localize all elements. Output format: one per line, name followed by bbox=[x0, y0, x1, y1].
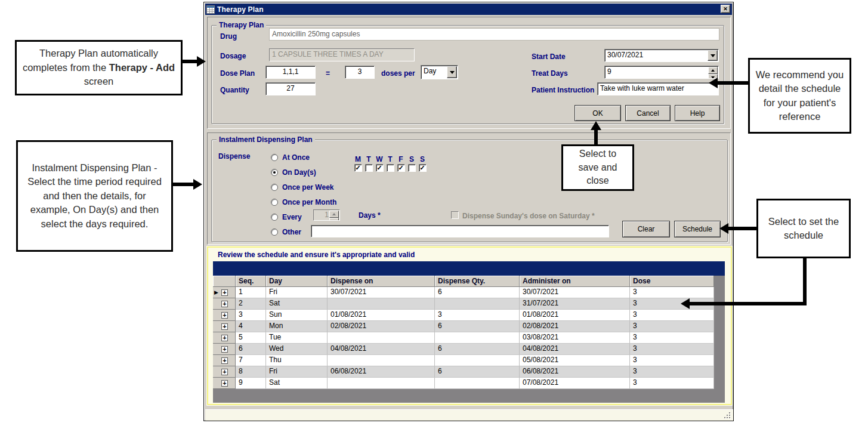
day-column: S✓ bbox=[417, 156, 428, 172]
grid-body: ▶+1Fri30/07/2021630/07/20213+2Sat31/07/2… bbox=[213, 287, 714, 389]
table-row[interactable]: +8Fri06/08/2021606/08/20213 bbox=[213, 366, 714, 378]
radio-icon[interactable] bbox=[271, 229, 278, 236]
expand-icon[interactable]: + bbox=[221, 323, 228, 330]
cell-dispense_qty: 6 bbox=[435, 287, 520, 298]
cell-administer_on: 06/08/2021 bbox=[520, 366, 630, 378]
quantity-field[interactable]: 27 bbox=[265, 82, 316, 95]
table-row[interactable]: +4Mon02/08/2021602/08/20213 bbox=[213, 321, 714, 332]
ok-button[interactable]: OK bbox=[574, 105, 621, 121]
day-letter: M bbox=[353, 156, 363, 163]
cell-administer_on: 02/08/2021 bbox=[520, 321, 630, 332]
table-row[interactable]: ▶+1Fri30/07/2021630/07/20213 bbox=[213, 287, 714, 298]
row-selector[interactable]: + bbox=[213, 298, 236, 310]
table-row[interactable]: +6Wed04/08/2021604/08/20213 bbox=[213, 344, 714, 355]
expand-icon[interactable]: + bbox=[221, 346, 228, 353]
schedule-button[interactable]: Schedule bbox=[674, 221, 721, 237]
start-date-dropdown-button[interactable] bbox=[708, 50, 718, 61]
patient-instruction-field[interactable]: Take with luke warm water bbox=[597, 82, 719, 95]
day-letter: F bbox=[396, 156, 406, 163]
radio-option-once-per-month[interactable]: Once per Month bbox=[271, 197, 336, 207]
day-checkbox-F[interactable]: ✓ bbox=[397, 164, 405, 172]
dose-plan-field[interactable]: 1,1,1 bbox=[265, 66, 316, 79]
cell-administer_on: 31/07/2021 bbox=[520, 298, 630, 310]
expand-icon[interactable]: + bbox=[221, 357, 228, 364]
radio-option-once-per-week[interactable]: Once per Week bbox=[271, 183, 333, 192]
row-selector[interactable]: + bbox=[213, 378, 236, 389]
cell-dispense_on: 06/08/2021 bbox=[328, 366, 435, 378]
cancel-button[interactable]: Cancel bbox=[625, 105, 671, 121]
row-selector[interactable]: + bbox=[213, 344, 236, 355]
arrow-shaft bbox=[803, 258, 807, 304]
expand-icon[interactable]: + bbox=[221, 312, 228, 319]
header-dose[interactable]: Dose bbox=[630, 276, 714, 287]
arrow-left-icon bbox=[719, 223, 728, 234]
radio-option-other[interactable]: Other bbox=[271, 227, 301, 237]
radio-icon[interactable] bbox=[271, 154, 278, 161]
table-row[interactable]: +9Sat07/08/20213 bbox=[213, 378, 714, 389]
current-row-marker: ▶ bbox=[214, 289, 221, 296]
radio-icon[interactable] bbox=[271, 199, 278, 206]
chevron-down-icon bbox=[711, 54, 715, 60]
day-checkbox-W[interactable]: ✓ bbox=[376, 164, 384, 172]
cell-day: Wed bbox=[266, 344, 328, 355]
header-day[interactable]: Day bbox=[266, 276, 328, 287]
therapy-plan-window: Therapy Plan ✕ Therapy Plan Drug Amoxici… bbox=[203, 2, 734, 421]
period-combobox[interactable]: Day bbox=[421, 65, 458, 79]
radio-icon[interactable] bbox=[271, 169, 278, 176]
help-button[interactable]: Help bbox=[675, 105, 720, 121]
radio-option-on-day-s-[interactable]: On Day(s) bbox=[271, 168, 316, 177]
radio-option-every[interactable]: Every bbox=[271, 212, 302, 222]
row-selector[interactable]: + bbox=[213, 366, 236, 378]
callout-save-close-text: Select to save and close bbox=[568, 147, 628, 188]
header-dispense_qty[interactable]: Dispense Qty. bbox=[435, 276, 520, 287]
table-row[interactable]: +2Sat31/07/20213 bbox=[213, 298, 714, 310]
drug-field[interactable]: Amoxicillin 250mg capsules bbox=[269, 28, 719, 41]
row-selector[interactable]: + bbox=[213, 332, 236, 344]
day-checkbox-M[interactable]: ✓ bbox=[354, 164, 362, 172]
row-selector[interactable]: ▶+ bbox=[213, 287, 236, 298]
status-bar bbox=[205, 409, 733, 421]
spin-up-icon bbox=[329, 211, 339, 218]
table-row[interactable]: +7Thu05/08/20213 bbox=[213, 355, 714, 366]
header-seq[interactable]: Seq. bbox=[236, 276, 266, 287]
radio-icon[interactable] bbox=[271, 214, 278, 221]
expand-icon[interactable]: + bbox=[221, 380, 228, 387]
treat-days-field[interactable]: 9 bbox=[604, 66, 719, 79]
resize-grip-icon[interactable] bbox=[724, 412, 731, 419]
row-selector[interactable]: + bbox=[213, 310, 236, 321]
expand-icon[interactable]: + bbox=[221, 289, 228, 296]
arrow-right-icon bbox=[197, 56, 206, 67]
callout-set-schedule: Select to set the schedule bbox=[756, 199, 851, 258]
day-checkbox-S[interactable] bbox=[408, 164, 416, 172]
arrow-shaft bbox=[718, 81, 749, 85]
radio-option-at-once[interactable]: At Once bbox=[271, 153, 310, 162]
callout-therapy-add: Therapy Plan automatically completes fro… bbox=[15, 40, 183, 95]
spin-up-icon[interactable] bbox=[708, 67, 718, 74]
cell-seq: 4 bbox=[236, 321, 266, 332]
header-administer_on[interactable]: Administer on bbox=[520, 276, 630, 287]
table-row[interactable]: +3Sun01/08/2021301/08/20213 bbox=[213, 310, 714, 321]
radio-icon[interactable] bbox=[271, 184, 278, 191]
header-dispense_on[interactable]: Dispense on bbox=[328, 276, 435, 287]
close-icon[interactable]: ✕ bbox=[721, 5, 730, 13]
day-checkbox-T[interactable] bbox=[387, 164, 394, 172]
table-row[interactable]: +5Tue03/08/20213 bbox=[213, 332, 714, 344]
period-dropdown-button[interactable] bbox=[447, 66, 457, 78]
treat-days-spinner[interactable] bbox=[708, 67, 718, 78]
expand-icon[interactable]: + bbox=[221, 335, 228, 341]
doses-count-field[interactable]: 3 bbox=[345, 66, 375, 79]
row-selector[interactable]: + bbox=[213, 355, 236, 366]
arrow-left-icon bbox=[681, 298, 690, 309]
day-checkbox-T[interactable] bbox=[365, 164, 373, 172]
chevron-down-icon bbox=[450, 71, 455, 76]
expand-icon[interactable]: + bbox=[221, 301, 228, 307]
day-checkbox-S[interactable]: ✓ bbox=[419, 164, 427, 172]
row-selector[interactable]: + bbox=[213, 321, 236, 332]
callout-recommend: We recommend you detail the schedule for… bbox=[748, 58, 851, 134]
expand-icon[interactable]: + bbox=[221, 369, 228, 375]
other-field[interactable] bbox=[311, 225, 609, 237]
day-letter: W bbox=[374, 156, 385, 163]
cell-dispense_qty: 6 bbox=[435, 321, 520, 332]
start-date-combobox[interactable]: 30/07/2021 bbox=[604, 49, 719, 62]
clear-button[interactable]: Clear bbox=[622, 221, 670, 237]
